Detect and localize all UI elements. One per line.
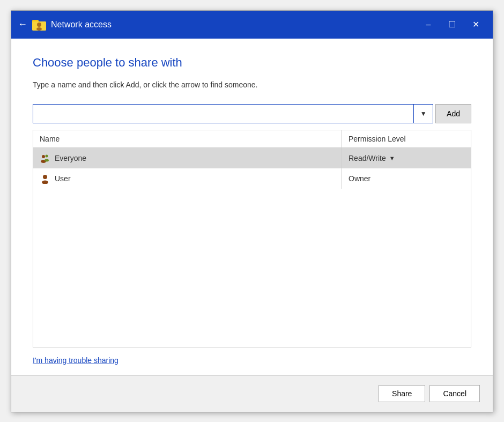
- close-button[interactable]: ✕: [465, 16, 486, 33]
- title-bar-left: ← Network access: [18, 17, 112, 32]
- folder-icon: [32, 17, 47, 32]
- svg-point-5: [42, 155, 45, 158]
- svg-point-3: [37, 23, 41, 27]
- svg-point-8: [45, 159, 49, 161]
- title-bar-controls: – ☐ ✕: [418, 16, 486, 33]
- everyone-label: Everyone: [55, 154, 86, 162]
- title-bar: ← Network access – ☐ ✕: [11, 11, 493, 39]
- table-header: Name Permission Level: [33, 130, 471, 148]
- content-area: Choose people to share with Type a name …: [11, 39, 493, 375]
- dropdown-arrow-button[interactable]: ▼: [414, 104, 433, 123]
- description-text: Type a name and then click Add, or click…: [33, 80, 471, 89]
- table-cell-name: Everyone: [33, 148, 342, 168]
- permission-dropdown-icon: ▼: [389, 155, 395, 161]
- footer: Share Cancel: [11, 375, 493, 412]
- svg-point-7: [46, 154, 48, 157]
- page-heading: Choose people to share with: [33, 56, 471, 70]
- add-button[interactable]: Add: [435, 104, 471, 123]
- header-name: Name: [33, 130, 342, 147]
- cancel-button[interactable]: Cancel: [429, 385, 480, 402]
- permission-label: Read/Write: [349, 154, 386, 162]
- header-permission: Permission Level: [342, 130, 471, 147]
- table-row[interactable]: Everyone Read/Write ▼: [33, 148, 471, 168]
- table-cell-permission[interactable]: Read/Write ▼: [342, 148, 471, 168]
- svg-point-4: [36, 27, 42, 31]
- everyone-icon: [40, 153, 50, 164]
- name-input[interactable]: [33, 104, 414, 123]
- input-row: ▼ Add: [33, 104, 471, 123]
- minimize-button[interactable]: –: [418, 16, 439, 33]
- trouble-sharing-link[interactable]: I'm having trouble sharing: [33, 356, 471, 365]
- window-title: Network access: [51, 20, 112, 29]
- user-label: User: [55, 174, 71, 183]
- back-button[interactable]: ←: [18, 19, 27, 30]
- svg-point-9: [43, 175, 47, 179]
- user-table: Name Permission Level Everyone Read/Writ…: [33, 130, 471, 347]
- share-button[interactable]: Share: [379, 385, 425, 402]
- table-cell-permission: Owner: [342, 168, 471, 189]
- table-row[interactable]: User Owner: [33, 168, 471, 189]
- maximize-button[interactable]: ☐: [441, 16, 463, 33]
- svg-point-10: [42, 180, 48, 184]
- user-icon: [40, 173, 50, 184]
- window: ← Network access – ☐ ✕ Choose people to …: [11, 10, 493, 412]
- table-cell-name: User: [33, 168, 342, 189]
- owner-label: Owner: [349, 174, 370, 183]
